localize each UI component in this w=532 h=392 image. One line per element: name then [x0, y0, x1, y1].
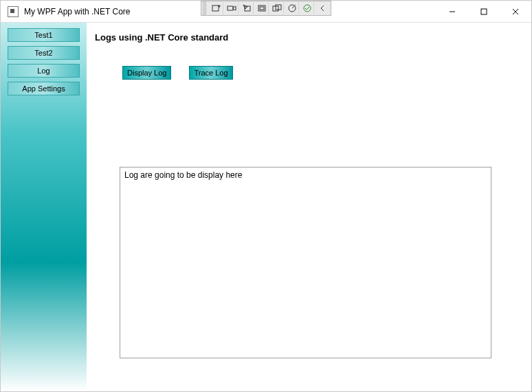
toolbar-pointer-rect-icon[interactable] [240, 2, 254, 14]
app-window: My WPF App with .NET Core [0, 0, 532, 392]
window-controls [436, 1, 531, 23]
toolbar-overlap-rect-icon[interactable] [270, 2, 284, 14]
toolbar-target-icon[interactable] [285, 2, 299, 14]
trace-log-button[interactable]: Trace Log [189, 66, 232, 80]
toolbar-rect-icon[interactable] [255, 2, 269, 14]
toolbar-grip[interactable] [203, 1, 207, 15]
client-area: Test1 Test2 Log App Settings Logs using … [1, 23, 531, 391]
sidebar: Test1 Test2 Log App Settings [1, 23, 87, 391]
minimize-button[interactable] [436, 1, 468, 23]
page-heading: Logs using .NET Core standard [95, 32, 518, 43]
sidebar-item-label: Log [37, 67, 49, 75]
toolbar-camcorder-icon[interactable] [225, 2, 239, 14]
button-label: Display Log [127, 69, 166, 77]
log-output[interactable]: Log are going to be display here [120, 167, 491, 358]
toolbar-collapse-icon[interactable] [315, 2, 329, 14]
svg-rect-9 [481, 9, 487, 14]
sidebar-item-log[interactable]: Log [8, 64, 80, 78]
sidebar-item-app-settings[interactable]: App Settings [8, 82, 80, 95]
app-icon [8, 6, 19, 17]
svg-rect-4 [260, 7, 264, 10]
main-panel: Logs using .NET Core standard Display Lo… [87, 23, 531, 391]
sidebar-item-test1[interactable]: Test1 [8, 28, 80, 42]
toolbar-add-window-icon[interactable] [210, 2, 223, 14]
sidebar-item-label: App Settings [22, 84, 65, 93]
action-row: Display Log Trace Log [122, 66, 518, 80]
sidebar-item-label: Test1 [34, 31, 52, 39]
debug-toolbar [201, 1, 331, 16]
svg-rect-0 [212, 5, 219, 11]
svg-rect-1 [228, 6, 233, 10]
toolbar-ok-icon[interactable] [300, 2, 314, 14]
sidebar-item-label: Test2 [34, 49, 52, 57]
svg-point-8 [304, 5, 311, 12]
sidebar-item-test2[interactable]: Test2 [8, 46, 80, 60]
button-label: Trace Log [194, 69, 228, 77]
maximize-button[interactable] [468, 1, 500, 23]
log-output-text: Log are going to be display here [124, 170, 242, 180]
title-bar: My WPF App with .NET Core [1, 1, 531, 23]
display-log-button[interactable]: Display Log [122, 66, 171, 80]
close-button[interactable] [500, 1, 531, 23]
window-title: My WPF App with .NET Core [24, 7, 130, 16]
